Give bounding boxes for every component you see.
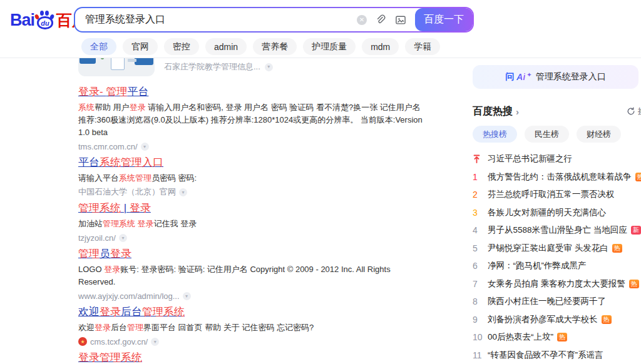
- caption-menu-icon[interactable]: ▾: [265, 63, 273, 71]
- result-url: cms.tcxf.gov.cn/: [90, 337, 148, 346]
- hot-search-item[interactable]: 11 “转基因食品致不孕不育”系谣言: [473, 346, 641, 364]
- result-title-link[interactable]: 管理系统 | 登录: [78, 201, 151, 215]
- result-title-link[interactable]: 管理员登录: [78, 247, 131, 261]
- hot-item-text: 刘备扮演者孙彦军成大学校长: [488, 314, 598, 325]
- result-thumbnail-image[interactable]: [78, 58, 155, 76]
- hot-search-item[interactable]: 习近平总书记新疆之行: [473, 150, 641, 168]
- ask-ai-label: Ai: [516, 72, 525, 82]
- refresh-button[interactable]: 换: [627, 106, 641, 117]
- refresh-label: 换: [638, 106, 641, 117]
- hot-item-text: 女乘务员拍肩 乘客称力度太大要报警: [488, 278, 625, 290]
- hot-rank: 11: [473, 350, 484, 360]
- hot-rank: 1: [473, 172, 484, 182]
- image-search-icon[interactable]: [394, 14, 407, 26]
- hot-search-item[interactable]: 1 俄方警告北约：击落俄战机意味着战争 热: [473, 168, 641, 186]
- result-source-row: ★ tzjyzoil.cn/ ▾: [78, 232, 429, 243]
- result-source-row: ★ cms.tcxf.gov.cn/ ▾: [78, 336, 429, 347]
- result-menu-icon[interactable]: ▾: [141, 143, 149, 151]
- gov-emblem-icon: ★: [78, 337, 87, 346]
- baidu-paw-icon: du: [35, 9, 54, 29]
- filter-tab-学籍[interactable]: 学籍: [405, 38, 440, 55]
- hot-search-item[interactable]: 7 女乘务员拍肩 乘客称力度太大要报警 热: [473, 275, 641, 293]
- hot-item-text: 俄方警告北约：击落俄战机意味着战争: [488, 171, 632, 183]
- search-input[interactable]: [75, 14, 357, 26]
- logo-text-du: du: [41, 19, 49, 27]
- hot-rank: 4: [473, 225, 484, 235]
- search-result: 登录- 管理平台 系统帮助 用户登录 请输入用户名和密码, 登录 用户名 密码 …: [78, 85, 429, 152]
- filter-tab-admin[interactable]: admin: [205, 38, 247, 55]
- hot-tab-财经榜[interactable]: 财经榜: [577, 126, 621, 143]
- chevron-right-icon: ›: [516, 106, 519, 117]
- filter-tab-mdm[interactable]: mdm: [362, 38, 399, 55]
- right-sidebar: 问Ai✦ 管理系统登录入口 百度热搜 › 换 热搜榜民生榜财经榜 习近平总书记新…: [473, 65, 641, 364]
- hot-rank: 2: [473, 190, 484, 200]
- hot-tab-民生榜[interactable]: 民生榜: [525, 126, 569, 143]
- filter-tab-官网[interactable]: 官网: [123, 38, 158, 55]
- sparkle-icon: ✦: [526, 71, 531, 78]
- search-result: 管理员登录 LOGO 登录账号: 登录密码: 验证码: 记住用户名 Copyri…: [78, 247, 429, 301]
- result-source-row: ★ tms.cmr.com.cn/ ▾: [78, 141, 429, 152]
- refresh-icon: [627, 107, 635, 116]
- result-title-link[interactable]: 平台系统管理入口: [78, 156, 163, 169]
- hot-rank: 5: [473, 243, 484, 253]
- hot-item-text: 00后热衷去“上坟”: [488, 331, 553, 343]
- attachment-icon[interactable]: [374, 14, 386, 26]
- hot-search-item[interactable]: 6 净网：“跑马机”作弊成黑产: [473, 257, 641, 275]
- filter-tab-密控[interactable]: 密控: [164, 38, 199, 55]
- hot-badge: 热: [612, 244, 622, 253]
- result-source-row: ★ www.ayjxjy.com/admin/log... ▾: [78, 290, 429, 301]
- hot-search-item[interactable]: 8 陕西小村庄住一晚已经要两千了: [473, 293, 641, 311]
- hot-item-text: 尹锡悦穿正装出庭受审 头发花白: [488, 243, 608, 254]
- result-menu-icon[interactable]: ▾: [183, 292, 191, 300]
- hot-item-text: 习近平总书记新疆之行: [488, 153, 572, 164]
- ask-ai-pill[interactable]: 问Ai✦ 管理系统登录入口: [473, 65, 638, 89]
- header: Bai du 百度 ✕ 百度一下 全部官网密控admin营养餐护理质量mdm学籍: [0, 0, 641, 58]
- search-button[interactable]: 百度一下: [415, 8, 473, 31]
- hot-search-item[interactable]: 5 尹锡悦穿正装出庭受审 头发花白 热: [473, 240, 641, 258]
- result-title-link[interactable]: 登录管理系统: [78, 351, 142, 364]
- ask-ai-prefix: 问: [505, 71, 514, 83]
- result-title-link[interactable]: 欢迎登录后台管理系统: [78, 305, 185, 319]
- hot-search-item[interactable]: 10 00后热衷去“上坟” 热: [473, 328, 641, 346]
- result-menu-icon[interactable]: ▾: [119, 234, 127, 242]
- hot-item-text: “转基因食品致不孕不育”系谣言: [488, 350, 603, 361]
- clear-search-icon[interactable]: ✕: [357, 15, 367, 25]
- hot-rank: 8: [473, 296, 484, 306]
- hot-rank: 10: [473, 332, 484, 342]
- result-url: tzjyzoil.cn/: [78, 233, 116, 243]
- result-url: 中国石油大学（北京）官网: [78, 186, 176, 198]
- thumbnail-caption-text: 石家庄学院教学管理信息...: [164, 58, 260, 76]
- hot-tab-热搜榜[interactable]: 热搜榜: [473, 126, 517, 143]
- hot-rank: 7: [473, 279, 484, 289]
- search-result: 平台系统管理入口 请输入平台系统管理员密码 密码: ★ 中国石油大学（北京）官网…: [78, 156, 429, 198]
- results-column: 石家庄学院教学管理信息... ▾ 登录- 管理平台 系统帮助 用户登录 请输入用…: [78, 58, 429, 364]
- hot-list: 习近平总书记新疆之行 1 俄方警告北约：击落俄战机意味着战争 热 2 芬兰总统呼…: [473, 150, 641, 364]
- filter-tab-全部[interactable]: 全部: [81, 38, 116, 55]
- hot-search-item[interactable]: 9 刘备扮演者孙彦军成大学校长 热: [473, 311, 641, 329]
- hot-badge: 热: [602, 315, 612, 324]
- result-title-link[interactable]: 登录- 管理平台: [78, 85, 148, 99]
- search-result: 欢迎登录后台管理系统 欢迎登录后台管理界面平台 回首页 帮助 关于 记住密码 忘…: [78, 305, 429, 347]
- filter-tabs: 全部官网密控admin营养餐护理质量mdm学籍: [81, 38, 440, 55]
- filter-tab-营养餐[interactable]: 营养餐: [253, 38, 297, 55]
- thumbnail-caption: 石家庄学院教学管理信息... ▾: [164, 58, 273, 76]
- hot-search-item[interactable]: 3 各族儿女对新疆的明天充满信心: [473, 204, 641, 222]
- hot-search-item[interactable]: 2 芬兰总统呼吁取消五常一票否决权: [473, 186, 641, 204]
- logo-text-bai: Bai: [10, 11, 34, 29]
- hot-badge: 热: [557, 333, 567, 341]
- search-result: 管理系统 | 登录 加油站管理系统 登录记住我 登录 ★ tzjyzoil.cn…: [78, 201, 429, 243]
- hot-search-item[interactable]: 4 男子从5588米雪山滑坠身亡 当地回应 新: [473, 221, 641, 240]
- hot-tabs: 热搜榜民生榜财经榜: [473, 126, 641, 143]
- hot-badge: 热: [629, 280, 639, 288]
- pinned-top-icon: [473, 154, 481, 163]
- ask-ai-query: 管理系统登录入口: [536, 71, 606, 83]
- hot-item-text: 各族儿女对新疆的明天充满信心: [488, 207, 606, 218]
- filter-tab-护理质量[interactable]: 护理质量: [303, 38, 356, 55]
- result-menu-icon[interactable]: ▾: [151, 338, 159, 346]
- hot-item-text: 芬兰总统呼吁取消五常一票否决权: [488, 189, 615, 200]
- result-menu-icon[interactable]: ▾: [179, 188, 187, 196]
- hot-search-header: 百度热搜 › 换: [473, 105, 641, 118]
- result-url: www.ayjxjy.com/admin/log...: [78, 291, 180, 301]
- hot-rank: 9: [473, 315, 484, 325]
- hot-search-title[interactable]: 百度热搜: [473, 105, 513, 118]
